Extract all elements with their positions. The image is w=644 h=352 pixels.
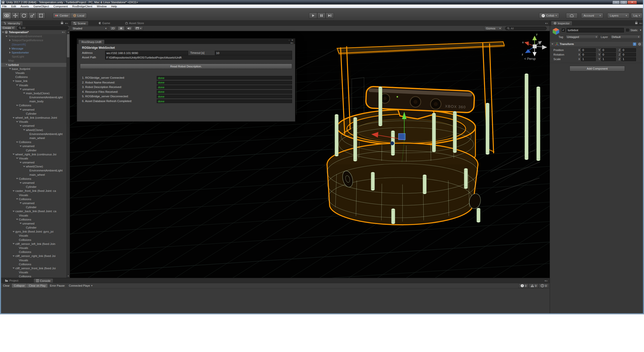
hierarchy-item-caster-front-link-fixed-joint-ca[interactable]: caster_front_link (fixed Joint: ca: [0, 189, 66, 193]
collapse-arrow-icon[interactable]: [20, 182, 22, 184]
hierarchy-item-wheel-left-link-continuous-joint[interactable]: wheel_left_link (continuous Joint: [0, 116, 66, 120]
hierarchy-item-unnamed[interactable]: unnamed: [0, 87, 66, 91]
position-z-field[interactable]: 0: [621, 48, 636, 52]
hierarchy-item-base-link[interactable]: base_link: [0, 79, 66, 83]
hierarchy-item-visuals[interactable]: Visuals: [0, 213, 66, 217]
foldout-arrow-icon[interactable]: [551, 43, 553, 45]
menu-component[interactable]: Component: [51, 5, 70, 8]
rosbridge-window[interactable]: RosSharp.UrdfI ▫ ✕ ▾≡ ROSbridge WebSocke…: [77, 38, 295, 122]
lock-icon[interactable]: [61, 22, 63, 24]
collapse-arrow-icon[interactable]: [20, 89, 22, 90]
timeout-input[interactable]: 10: [215, 51, 292, 55]
hierarchy-search-input[interactable]: All: [17, 26, 69, 30]
hierarchy-item-collisions[interactable]: Collisions: [0, 103, 66, 107]
help-icon[interactable]: ?: [633, 42, 636, 46]
hierarchy-item-collisions[interactable]: Collisions: [0, 217, 66, 222]
collapse-arrow-icon[interactable]: [16, 84, 18, 86]
collapse-arrow-icon[interactable]: [13, 80, 15, 82]
tab-game[interactable]: Game: [96, 21, 113, 25]
hierarchy-item-visuals[interactable]: Visuals: [0, 71, 66, 75]
collapse-arrow-icon[interactable]: [16, 219, 18, 220]
hierarchy-item--steamvr-[interactable]: [SteamVR]: [0, 42, 66, 47]
hierarchy-item-cylinder[interactable]: Cylinder: [0, 112, 66, 116]
transform-header[interactable]: Transform ?: [550, 41, 644, 47]
gameobject-name-input[interactable]: turtlebot: [567, 28, 624, 32]
collapse-arrow-icon[interactable]: [16, 105, 18, 106]
hierarchy-item-collisions[interactable]: Collisions: [0, 274, 66, 278]
hierarchy-item-collisions[interactable]: Collisions: [0, 238, 66, 242]
panel-menu-icon[interactable]: ▾≡: [545, 280, 548, 282]
account-dropdown[interactable]: Account▾: [581, 13, 603, 18]
hierarchy-item-map[interactable]: Map: [0, 59, 66, 63]
collab-button[interactable]: ✓ Collab▾: [539, 13, 559, 18]
hierarchy-item-cylinder[interactable]: Cylinder: [0, 185, 66, 189]
collapse-arrow-icon[interactable]: [20, 202, 22, 204]
collapse-arrow-icon[interactable]: [13, 231, 15, 232]
expand-arrow-icon[interactable]: [9, 52, 11, 54]
collapse-arrow-icon[interactable]: [13, 154, 15, 155]
hierarchy-item-main-wheel[interactable]: main_wheel: [0, 173, 66, 177]
scale-tool-button[interactable]: [28, 12, 37, 19]
menu-file[interactable]: File: [0, 5, 9, 8]
gizmo-plane-handle[interactable]: [398, 134, 405, 140]
collapse-arrow-icon[interactable]: [13, 117, 15, 118]
tag-dropdown[interactable]: Untagged⇕: [566, 35, 599, 39]
hierarchy-item-collisions[interactable]: Collisions: [0, 197, 66, 201]
hierarchy-item-unnamed[interactable]: unnamed: [0, 144, 66, 148]
close-button[interactable]: ✕: [627, 1, 637, 4]
minimize-button[interactable]: ─: [612, 1, 620, 4]
pause-button[interactable]: [317, 13, 326, 19]
gear-icon[interactable]: [638, 42, 641, 46]
address-input[interactable]: ws://192.168.0.101:9090: [105, 51, 188, 55]
hierarchy-item-visuals[interactable]: Visuals: [0, 83, 66, 87]
hierarchy-item-visuals[interactable]: Visuals: [0, 193, 66, 197]
hierarchy-item-wheel-clone-[interactable]: wheel(Clone): [0, 164, 66, 168]
collapse-arrow-icon[interactable]: [20, 223, 22, 224]
hierarchy-item-collisions[interactable]: Collisions: [0, 250, 66, 254]
error-counter-toggle[interactable]: 0: [539, 284, 549, 288]
hierarchy-scrollbar[interactable]: ▲ ▼: [66, 30, 70, 278]
2d-toggle-button[interactable]: 2D: [109, 26, 116, 30]
collapse-arrow-icon[interactable]: [20, 162, 22, 163]
read-robot-description-button[interactable]: Read Robot Description.: [80, 64, 292, 69]
rect-tool-button[interactable]: [37, 12, 45, 19]
tab-hierarchy[interactable]: Hierarchy: [1, 21, 23, 25]
hierarchy-item-unnamed[interactable]: unnamed: [0, 124, 66, 128]
close-icon[interactable]: ✕: [291, 39, 293, 41]
collapse-arrow-icon[interactable]: [6, 36, 8, 37]
menu-help[interactable]: Help: [109, 5, 119, 8]
hierarchy-scene-row[interactable]: Teleoperation*▾≡: [0, 30, 66, 34]
connected-players-dropdown[interactable]: Connected Playe▾: [67, 284, 94, 288]
hierarchy-item-teleoperationenvironment[interactable]: TeleoperationEnvironment: [0, 34, 66, 38]
create-button[interactable]: Create▾: [1, 26, 15, 30]
collapse-button[interactable]: Collapse: [12, 284, 27, 288]
active-checkbox[interactable]: ✓: [562, 28, 565, 32]
collapse-arrow-icon[interactable]: [13, 255, 15, 257]
expand-arrow-icon[interactable]: [9, 48, 11, 50]
hierarchy-item-unnamed[interactable]: unnamed: [0, 181, 66, 185]
hierarchy-item-cliff-sensor-front-link-fixed-joi[interactable]: cliff_sensor_front_link (fixed Joi: [0, 266, 66, 270]
view-tool-button[interactable]: [3, 12, 11, 19]
hierarchy-item-wheel-right-link-continuous-joi[interactable]: wheel_right_link (continuous Joi: [0, 152, 66, 156]
menu-edit[interactable]: Edit: [9, 5, 18, 8]
effects-dropdown-button[interactable]: ▾: [134, 26, 143, 30]
asset-path-input[interactable]: F:\GitRepositories\Unity\ROS\TurtlebotPr…: [105, 55, 292, 60]
menu-window[interactable]: Window: [95, 5, 109, 8]
scene-menu-icon[interactable]: ▾≡: [62, 31, 65, 33]
collapse-arrow-icon[interactable]: [20, 125, 22, 126]
rotation-z-field[interactable]: 0: [621, 53, 636, 57]
error-pause-button[interactable]: Error Pause: [48, 284, 67, 288]
hierarchy-item-environmentambientlight[interactable]: EnvironmentAmbientLight: [0, 95, 66, 99]
panel-menu-icon[interactable]: ▾≡: [639, 22, 642, 25]
pivot-toggle-button[interactable]: Center: [53, 13, 71, 18]
tab-inspector[interactable]: Inspector: [551, 21, 572, 25]
hierarchy-item-speedometer[interactable]: Speedometer: [0, 51, 66, 55]
tab-scene[interactable]: Scene: [71, 21, 89, 25]
hierarchy-item-turtlebot[interactable]: turtlebot: [0, 63, 66, 67]
rotation-x-field[interactable]: 0: [581, 53, 596, 57]
collapse-arrow-icon[interactable]: [16, 198, 18, 200]
collapse-arrow-icon[interactable]: [13, 243, 15, 244]
console-log-area[interactable]: [0, 288, 550, 313]
hierarchy-item-main-body-clone-[interactable]: main_body(Clone): [0, 91, 66, 95]
position-y-field[interactable]: 0: [601, 48, 616, 52]
